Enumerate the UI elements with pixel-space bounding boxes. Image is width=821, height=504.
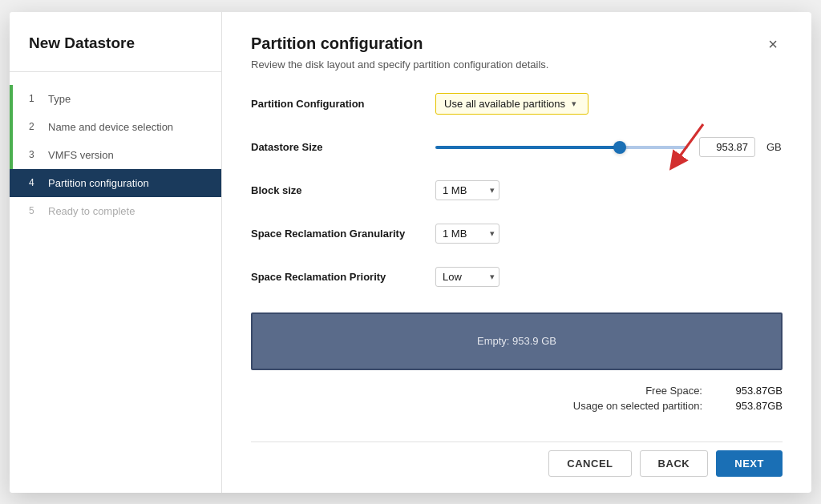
sidebar: New Datastore 1 Type 2 Name and device s…	[10, 12, 222, 493]
partition-config-label: Partition Configuration	[251, 98, 435, 110]
datastore-size-row: Datastore Size GB	[251, 133, 783, 162]
datastore-size-input[interactable]	[699, 137, 755, 157]
step-num-name: 2	[29, 121, 40, 132]
partition-config-control: Use all available partitions ▾	[435, 93, 783, 115]
step-indicator-partition	[10, 169, 13, 197]
chevron-down-icon: ▾	[572, 99, 576, 109]
sidebar-steps: 1 Type 2 Name and device selection 3 VMF…	[10, 72, 221, 238]
space-reclamation-priority-row: Space Reclamation Priority Low ▾	[251, 263, 783, 292]
step-label-type: Type	[48, 93, 71, 105]
datastore-size-slider[interactable]	[435, 146, 688, 149]
slider-thumb[interactable]	[613, 141, 626, 154]
partition-config-dropdown[interactable]: Use all available partitions ▾	[435, 93, 588, 115]
step-label-vmfs: VMFS version	[48, 149, 114, 161]
space-reclamation-priority-select-wrap: Low ▾	[435, 267, 499, 287]
main-panel: Partition configuration × Review the dis…	[222, 12, 811, 493]
usage-row: Usage on selected partition: 953.87GB	[573, 400, 783, 412]
close-button[interactable]: ×	[763, 34, 783, 54]
space-reclamation-granularity-select-wrap: 1 MB ▾	[435, 224, 499, 244]
free-space-value: 953.87GB	[718, 385, 783, 397]
datastore-size-control: GB	[435, 137, 783, 157]
free-space-row: Free Space: 953.87GB	[645, 385, 783, 397]
step-indicator-name	[10, 113, 13, 141]
step-label-ready: Ready to complete	[48, 205, 135, 217]
step-indicator-ready	[10, 197, 13, 225]
partition-config-value: Use all available partitions	[444, 98, 565, 110]
space-reclamation-granularity-select[interactable]: 1 MB	[435, 224, 499, 244]
cancel-button[interactable]: CANCEL	[548, 450, 631, 477]
space-reclamation-priority-select[interactable]: Low	[435, 267, 499, 287]
step-num-vmfs: 3	[29, 149, 40, 160]
step-num-partition: 4	[29, 177, 40, 188]
usage-value: 953.87GB	[718, 400, 783, 412]
block-size-select[interactable]: 1 MB	[435, 180, 499, 200]
space-reclamation-granularity-control: 1 MB ▾	[435, 224, 783, 244]
block-size-row: Block size 1 MB ▾	[251, 176, 783, 205]
space-reclamation-granularity-row: Space Reclamation Granularity 1 MB ▾	[251, 220, 783, 248]
modal-dialog: New Datastore 1 Type 2 Name and device s…	[10, 12, 811, 493]
free-space-label: Free Space:	[645, 385, 702, 397]
step-label-name: Name and device selection	[48, 121, 173, 133]
step-indicator-vmfs	[10, 141, 13, 169]
block-size-select-wrap: 1 MB ▾	[435, 180, 499, 200]
datastore-size-label: Datastore Size	[251, 141, 435, 153]
subtitle: Review the disk layout and specify parti…	[251, 58, 783, 71]
disk-visualization: Empty: 953.9 GB	[251, 312, 783, 370]
block-size-label: Block size	[251, 184, 435, 196]
sidebar-step-ready[interactable]: 5 Ready to complete	[10, 197, 221, 225]
sidebar-step-type[interactable]: 1 Type	[10, 85, 221, 113]
sidebar-title: New Datastore	[10, 12, 221, 72]
step-num-ready: 5	[29, 205, 40, 216]
space-reclamation-priority-control: Low ▾	[435, 267, 783, 287]
disk-viz-label: Empty: 953.9 GB	[477, 335, 556, 347]
space-reclamation-priority-label: Space Reclamation Priority	[251, 271, 435, 283]
footer: CANCEL BACK NEXT	[251, 442, 783, 477]
back-button[interactable]: BACK	[640, 450, 709, 477]
sidebar-step-vmfs[interactable]: 3 VMFS version	[10, 141, 221, 169]
storage-info: Free Space: 953.87GB Usage on selected p…	[251, 385, 783, 412]
datastore-size-unit: GB	[766, 141, 783, 153]
sidebar-step-partition[interactable]: 4 Partition configuration	[10, 169, 221, 197]
space-reclamation-granularity-label: Space Reclamation Granularity	[251, 228, 435, 240]
next-button[interactable]: NEXT	[716, 450, 783, 477]
sidebar-step-name[interactable]: 2 Name and device selection	[10, 113, 221, 141]
step-num-type: 1	[29, 93, 40, 104]
block-size-control: 1 MB ▾	[435, 180, 783, 200]
usage-label: Usage on selected partition:	[573, 400, 702, 412]
main-title: Partition configuration	[251, 34, 423, 53]
main-header: Partition configuration ×	[251, 34, 783, 54]
step-label-partition: Partition configuration	[48, 177, 149, 189]
step-indicator-type	[10, 85, 13, 113]
partition-config-row: Partition Configuration Use all availabl…	[251, 90, 783, 119]
